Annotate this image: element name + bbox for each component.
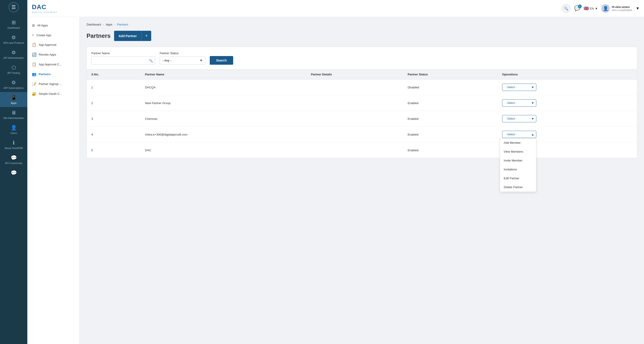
language-selector[interactable]: 🇬🇧 EN ▼ [584, 6, 598, 11]
partner-status-select[interactable]: - Any - Enabled Disabled [160, 56, 205, 65]
dropdown-item[interactable]: View Members [500, 147, 536, 156]
create-app-icon: + [32, 33, 34, 37]
cell-sno: 5 [87, 142, 140, 158]
api-subs-icon: ⚙ [12, 80, 16, 86]
sidebar-label-api-subs: API Subscriptions [4, 87, 24, 89]
cell-partner-status: Disabled [403, 80, 498, 95]
sec-sidebar-label-all-apps: All Apps [37, 24, 48, 27]
sidebar-label-community: API Community [5, 162, 22, 164]
api-admin-icon: ⚙ [12, 50, 16, 56]
search-button[interactable]: Search [210, 56, 233, 65]
dropdown-item[interactable]: Delete Partner [500, 183, 536, 192]
dropdown-item[interactable]: Add Member [500, 138, 536, 147]
table-row: 3ChenosisEnabled- Select -▼ [87, 111, 637, 127]
page-title: Partners [86, 32, 111, 40]
ops-select-wrapper: - Select -▲Add MemberView MembersInvite … [502, 131, 536, 138]
sec-sidebar-partners[interactable]: 👥 Partners [27, 69, 80, 79]
ops-select-button[interactable]: - Select -▼ [502, 84, 536, 91]
sidebar-label-dashboard: Dashboard [8, 27, 20, 29]
ops-select-button[interactable]: - Select -▼ [502, 115, 536, 122]
sidebar-label-users: Users [10, 132, 17, 134]
header-right: 🔍 💬 0 🇬🇧 EN ▼ 👤 Hi ekta umare ekta.u+pa@… [562, 4, 640, 13]
dropdown-item[interactable]: Invitations [500, 165, 536, 174]
apis-icon: ⚙ [12, 35, 16, 41]
sidebar-item-users[interactable]: 👤 Users [0, 122, 27, 137]
breadcrumb-dashboard[interactable]: Dashboard [86, 23, 101, 26]
cell-partner-name: New Partner Group [140, 95, 306, 111]
logo-text: DAC [32, 4, 58, 11]
partner-name-input[interactable] [91, 56, 155, 65]
breadcrumb-sep-2: › [114, 23, 115, 26]
cell-partner-status: Enabled [403, 95, 498, 111]
sec-sidebar-label-app-approval-c: App Approval C... [39, 63, 62, 66]
cell-partner-name: DACQA [140, 80, 306, 95]
header-search-button[interactable]: 🔍 [562, 4, 571, 13]
breadcrumb-apps[interactable]: Apps [106, 23, 112, 26]
sec-sidebar-simple-oauth[interactable]: 🔐 Simple Oauth C... [27, 89, 80, 99]
lang-chevron-icon: ▼ [595, 7, 598, 10]
chat-icon: 💬 [11, 170, 17, 176]
dropdown-item[interactable]: Edit Partner [500, 174, 536, 183]
table-header-row: S.No. Partner Name Partner Details Partn… [87, 70, 637, 80]
sec-sidebar-create-app[interactable]: + Create App [27, 30, 80, 40]
sec-sidebar-all-apps[interactable]: ⊞ All Apps [27, 21, 80, 30]
sidebar-item-api-testing[interactable]: ⬡ API Testing [0, 62, 27, 77]
col-partner-details: Partner Details [306, 70, 403, 80]
table-row: 4chitra.k+300@digtalapicraft.comEnabled-… [87, 127, 637, 142]
app-approval-c-icon: 📋 [32, 62, 36, 67]
table-row: 5DACEnabled- Select -▼ [87, 142, 637, 158]
partner-status-label: Partner Status [160, 52, 205, 55]
ops-select-wrapper: - Select -▼ [502, 115, 536, 122]
cell-partner-status: Enabled [403, 127, 498, 142]
col-partner-status: Partner Status [403, 70, 498, 80]
flag-icon: 🇬🇧 [584, 6, 589, 11]
logo-sub: DIGITAL APICRAFT [32, 11, 58, 14]
cell-sno: 4 [87, 127, 140, 142]
cell-partner-details [306, 95, 403, 111]
notification-badge: 0 [578, 5, 582, 8]
sec-sidebar-app-approval-c[interactable]: 📋 App Approval C... [27, 60, 80, 69]
notifications-button[interactable]: 💬 0 [574, 6, 580, 12]
cell-partner-details [306, 111, 403, 127]
cell-operations: - Select -▼ [498, 80, 637, 95]
sidebar-item-apis-products[interactable]: ⚙ APIs and Products [0, 32, 27, 47]
partners-table-container: S.No. Partner Name Partner Details Partn… [86, 70, 637, 158]
avatar: 👤 [601, 4, 610, 13]
sidebar-item-apps[interactable]: 📱 Apps [0, 92, 27, 107]
sidebar-item-about[interactable]: ℹ About OneAPIM [0, 137, 27, 152]
language-label: EN [590, 7, 594, 10]
sidebar-item-chat[interactable]: 💬 [0, 167, 27, 180]
menu-toggle-button[interactable]: ☰ [9, 2, 19, 12]
cell-partner-details [306, 80, 403, 95]
sec-sidebar-revoke-apps[interactable]: 🔄 Revoke Apps [27, 50, 80, 60]
left-sidebar: ☰ ⊞ Dashboard ⚙ APIs and Products ⚙ API … [0, 0, 27, 344]
partner-name-label: Partner Name [91, 52, 155, 55]
partner-name-filter-group: Partner Name 🔍 [91, 52, 155, 65]
sidebar-item-api-subscriptions[interactable]: ⚙ API Subscriptions [0, 77, 27, 92]
sidebar-item-dashboard[interactable]: ⊞ Dashboard [0, 17, 27, 32]
cell-operations: - Select -▼ [498, 111, 637, 127]
sidebar-item-api-community[interactable]: 💬 API Community [0, 152, 27, 167]
col-operations: Operations [498, 70, 637, 80]
sidebar-item-api-admin[interactable]: ⚙ API Administration [0, 47, 27, 62]
logo: DAC DIGITAL APICRAFT [32, 4, 58, 14]
users-icon: 👤 [11, 125, 17, 131]
ops-select-button[interactable]: - Select -▲ [502, 131, 536, 138]
user-name: Hi ekta umare [612, 6, 634, 9]
cell-partner-name: Chenosis [140, 111, 306, 127]
ops-select-button[interactable]: - Select -▼ [502, 99, 536, 107]
sec-sidebar-partner-signup[interactable]: 📝 Partner Signup ... [27, 79, 80, 89]
sec-sidebar-app-approval[interactable]: 📋 App Approval [27, 40, 80, 50]
add-partner-plus-button[interactable]: + [142, 31, 152, 41]
top-header: DAC DIGITAL APICRAFT 🔍 💬 0 🇬🇧 EN ▼ 👤 Hi … [27, 0, 644, 17]
sidebar-item-site-admin[interactable]: 🖥 Site Administration [0, 107, 27, 122]
user-email: ekta.u+pa@digital... [612, 9, 634, 12]
add-partner-button[interactable]: Add Partner [114, 31, 142, 41]
table-row: 1DACQADisabled- Select -▼ [87, 80, 637, 95]
page-header: Partners Add Partner + [86, 31, 637, 41]
ops-chevron-icon: ▼ [531, 101, 534, 105]
sidebar-label-apps: Apps [11, 102, 16, 104]
cell-sno: 3 [87, 111, 140, 127]
user-profile[interactable]: 👤 Hi ekta umare ekta.u+pa@digital... ▼ [601, 4, 640, 13]
dropdown-item[interactable]: Invite Member [500, 156, 536, 165]
